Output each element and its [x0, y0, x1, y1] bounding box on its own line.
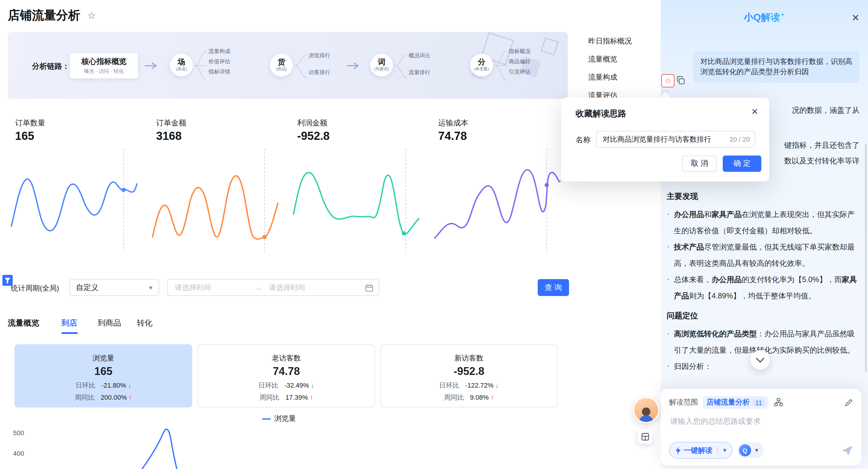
finding-item: 技术产品尽管浏览量最低，但其无线端下单买家数却最高，表明这类商品具有较高的转化效… — [674, 239, 861, 272]
period-preset-value: 自定义 — [76, 282, 148, 293]
flow-node-name: 场 — [178, 59, 185, 66]
confirm-button[interactable]: 确 定 — [723, 156, 761, 172]
kpi-value: 165 — [15, 130, 149, 143]
flow-node-product[interactable]: 货 (商品) — [270, 54, 293, 76]
up-arrow-icon: ↑ — [491, 394, 494, 401]
report-widget-button[interactable] — [638, 429, 652, 444]
kpi-sparkline-chart — [149, 147, 281, 255]
flow-node-keyword[interactable]: 词 (关键词) — [370, 54, 393, 76]
dod-label: 日环比 — [75, 382, 95, 389]
flow-branch[interactable]: 价值评估 — [209, 57, 230, 67]
scope-tag[interactable]: 店铺流量分析 11 — [703, 396, 768, 409]
dod-value: -122.72% — [465, 382, 493, 389]
scope-count-badge: 11 — [753, 399, 765, 406]
flow-branches-product: 浏览排行 访客排行 — [309, 51, 330, 78]
assistant-avatar[interactable] — [633, 397, 659, 423]
sparkle-icon: ✦ — [780, 12, 785, 18]
tab-traffic-overview[interactable]: 流量概览 — [8, 318, 39, 329]
flow-branch[interactable]: 访客排行 — [309, 67, 330, 78]
model-selector[interactable]: Q ▼ — [737, 442, 764, 458]
kpi-dot — [121, 188, 126, 192]
copy-icon[interactable] — [676, 76, 685, 85]
down-arrow-icon: ↓ — [495, 382, 499, 389]
dod-label: 日环比 — [439, 382, 459, 389]
scope-tag-label: 店铺流量分析 — [707, 397, 750, 408]
flow-connector — [394, 43, 408, 89]
dialog-close-icon[interactable]: ✕ — [751, 107, 758, 116]
flow-node-sub: (商品) — [276, 67, 287, 71]
chevron-down-icon[interactable]: ▼ — [718, 447, 732, 453]
findings-title: 主要发现 — [667, 191, 861, 202]
stat-period-label: 统计周期(全局) — [11, 283, 59, 293]
scroll-down-button[interactable] — [750, 350, 770, 370]
flow-node-core-metrics[interactable]: 核心指标概览 曝光 · 访问 · 转化 — [70, 53, 138, 79]
flow-node-name: 货 — [278, 59, 285, 66]
metric-card-new-visitors[interactable]: 新访客数 -952.8 日环比-122.72% ↓ 周同比9.08% ↑ — [380, 344, 558, 408]
outline-item-traffic-composition[interactable]: 流量构成 — [588, 72, 632, 83]
outline-item-yesterday-metrics[interactable]: 昨日指标概况 — [588, 36, 632, 46]
tab-conversion[interactable]: 转化 — [137, 318, 153, 329]
flow-branches-single-metric: 指标概况 商品偏好 引流评估 — [509, 46, 530, 77]
flow-branch[interactable]: 引流评估 — [509, 67, 530, 77]
tab-to-product[interactable]: 到商品 — [98, 318, 121, 329]
quote-favorite-star-icon[interactable]: ☆ — [661, 74, 675, 87]
lightning-icon — [675, 446, 681, 454]
outline-item-traffic-overview[interactable]: 流量概览 — [588, 54, 632, 64]
metric-card-returning-visitors[interactable]: 老访客数 74.78 日环比-32.49% ↓ 周同比17.39% ↑ — [198, 344, 375, 408]
flow-branch[interactable]: 浏览排行 — [309, 51, 330, 61]
flow-branch[interactable]: 指标概况 — [509, 46, 530, 57]
query-button[interactable]: 查 询 — [538, 279, 569, 296]
chevron-down-icon: ▼ — [148, 284, 154, 291]
flow-node-sub: (关键词) — [374, 67, 389, 71]
flow-branch[interactable]: 指标详情 — [209, 67, 230, 77]
kpi-value: 3168 — [156, 130, 290, 143]
flow-node-channel[interactable]: 场 (渠道) — [170, 54, 193, 76]
start-date-input[interactable] — [174, 283, 254, 292]
flow-branch[interactable]: 流量构成 — [209, 46, 230, 57]
metric-title: 老访客数 — [198, 353, 374, 364]
char-count: 20 / 20 — [730, 136, 750, 143]
kpi-label: 订单金额 — [156, 118, 290, 128]
flow-branch[interactable]: 流量排行 — [409, 67, 430, 78]
panel-close-icon[interactable]: ✕ — [851, 12, 860, 24]
chevron-down-icon: ▼ — [754, 447, 760, 453]
wow-value: 200.00% — [101, 394, 127, 401]
date-range-picker[interactable]: → — [167, 279, 379, 296]
trend-line-chart — [30, 422, 561, 469]
dod-value: -21.80% — [101, 382, 126, 389]
panel-text-fragment: 键指标，并且还包含了 — [784, 140, 860, 151]
metric-card-pageviews[interactable]: 浏览量 165 日环比-21.80% ↓ 周同比200.00% ↑ — [14, 344, 192, 408]
chevron-down-icon — [756, 357, 764, 363]
panel-scrollbar[interactable] — [865, 144, 867, 373]
flow-label: 分析链路： — [32, 61, 70, 72]
down-arrow-icon: ↓ — [128, 382, 131, 389]
flow-node-single-metric[interactable]: 分 (单变量) — [470, 54, 493, 76]
panel-header: 小Q解读✦ — [661, 0, 868, 24]
cancel-button[interactable]: 取 消 — [682, 156, 717, 172]
sitemap-icon[interactable] — [774, 398, 783, 407]
interpretation-quote[interactable]: 对比商品浏览量排行与访客数排行数据，识别高浏览低转化的产品类型并分析归因 — [693, 51, 860, 83]
flow-node-sub: (渠道) — [176, 67, 187, 71]
composer-actions-row: 一键解读 ▼ Q ▼ — [669, 442, 853, 459]
period-preset-select[interactable]: 自定义 ▼ — [69, 279, 159, 296]
composer-input[interactable] — [669, 416, 855, 426]
dialog-name-input[interactable] — [601, 134, 725, 144]
flow-branch[interactable]: 商品偏好 — [509, 57, 530, 67]
dialog-name-field[interactable]: 20 / 20 — [596, 131, 755, 148]
panel-text-fragment: 数以及支付转化率等详 — [784, 156, 860, 166]
wow-value: 17.39% — [285, 394, 308, 401]
analysis-chain-banner: 分析链路： 核心指标概览 曝光 · 访问 · 转化 场 (渠道) 流量构成 价值… — [8, 32, 568, 99]
end-date-input[interactable] — [268, 283, 348, 292]
flow-node-name: 词 — [378, 59, 385, 66]
edit-pencil-icon[interactable] — [844, 398, 853, 407]
flow-connector — [193, 43, 208, 89]
tab-to-store[interactable]: 到店 — [61, 318, 77, 329]
send-icon[interactable] — [841, 445, 853, 456]
kpi-value: -952.8 — [297, 130, 431, 143]
flow-branch[interactable]: 概况词云 — [409, 51, 430, 61]
panel-title: 小Q解读 — [744, 12, 780, 22]
one-click-interpret-button[interactable]: 一键解读 ▼ — [669, 442, 733, 459]
favorite-star-icon[interactable]: ☆ — [87, 10, 96, 21]
person-icon — [637, 406, 655, 422]
kpi-card-order-count: 订单数量 165 — [8, 118, 149, 268]
